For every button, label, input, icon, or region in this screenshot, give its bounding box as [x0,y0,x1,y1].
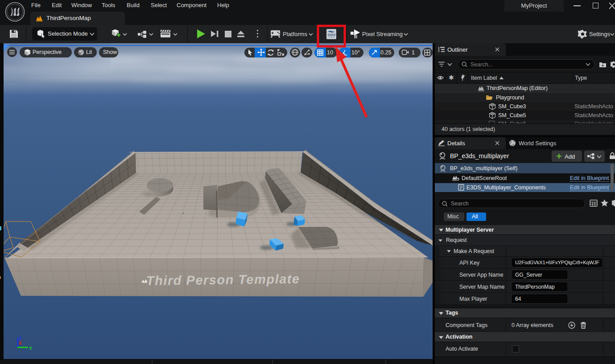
svg-text:Third Person Template: Third Person Template [146,272,300,288]
svg-text:EAGLE: EAGLE [328,33,336,36]
svg-text:Y: Y [29,346,33,351]
svg-text:X: X [19,340,22,346]
